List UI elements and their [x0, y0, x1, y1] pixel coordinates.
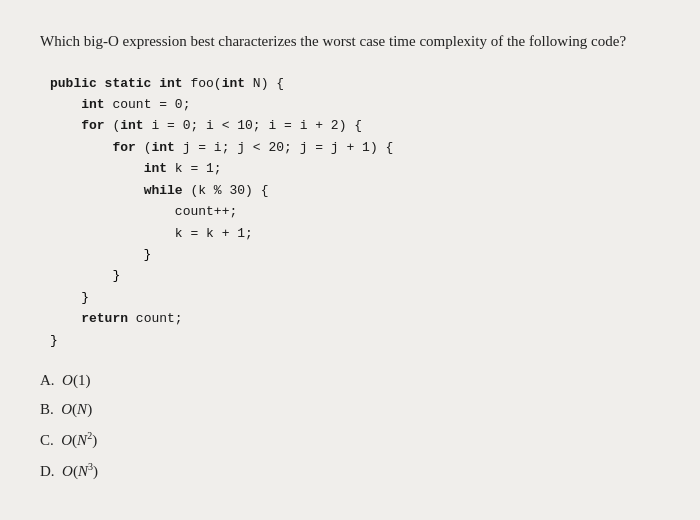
code-line-9: }	[50, 244, 660, 265]
option-d-label: D. O(N3)	[40, 463, 98, 479]
options-list: A. O(1) B. O(N) C. O(N2) D. O(N3)	[40, 373, 660, 479]
option-d[interactable]: D. O(N3)	[40, 462, 660, 479]
option-c[interactable]: C. O(N2)	[40, 431, 660, 448]
option-b-label: B. O(N)	[40, 401, 92, 417]
code-line-3: for (int i = 0; i < 10; i = i + 2) {	[50, 115, 660, 136]
code-line-11: }	[50, 287, 660, 308]
code-line-4: for (int j = i; j < 20; j = j + 1) {	[50, 137, 660, 158]
code-line-12: return count;	[50, 308, 660, 329]
code-line-10: }	[50, 265, 660, 286]
option-a[interactable]: A. O(1)	[40, 373, 660, 388]
code-line-8: k = k + 1;	[50, 223, 660, 244]
code-line-7: count++;	[50, 201, 660, 222]
code-line-2: int count = 0;	[50, 94, 660, 115]
code-line-1: public static int foo(int N) {	[50, 73, 660, 94]
option-c-label: C. O(N2)	[40, 432, 97, 448]
option-a-label: A. O(1)	[40, 372, 90, 388]
question-text: Which big-O expression best characterize…	[40, 30, 660, 53]
code-line-6: while (k % 30) {	[50, 180, 660, 201]
code-line-5: int k = 1;	[50, 158, 660, 179]
code-block: public static int foo(int N) { int count…	[50, 73, 660, 352]
option-b[interactable]: B. O(N)	[40, 402, 660, 417]
code-line-13: }	[50, 330, 660, 351]
